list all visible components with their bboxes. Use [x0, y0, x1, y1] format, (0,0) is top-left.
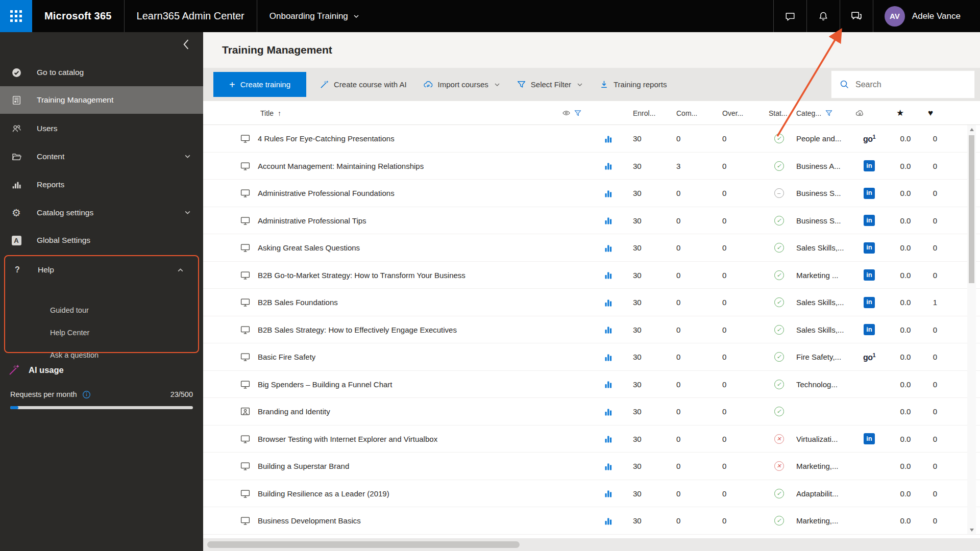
divider — [124, 0, 125, 32]
chat-button[interactable] — [773, 0, 806, 32]
visibility-column-icon[interactable] — [562, 109, 571, 117]
scroll-down-arrow[interactable] — [967, 525, 976, 534]
table-row[interactable]: Branding and Identity 30 0 0 ✓ in go1 0.… — [203, 398, 980, 425]
enrolled-count: 30 — [633, 480, 642, 508]
table-row[interactable]: Administrative Professional Tips 30 0 0 … — [203, 207, 980, 235]
notifications-button[interactable] — [806, 0, 840, 32]
table-row[interactable]: B2B Sales Strategy: How to Effectively E… — [203, 316, 980, 344]
table-row[interactable]: Big Spenders – Building a Funnel Chart 3… — [203, 371, 980, 398]
column-header-title[interactable]: Title ↑ — [260, 101, 281, 125]
column-header-overdue[interactable]: Over... — [722, 101, 743, 125]
course-title[interactable]: Account Management: Maintaining Relation… — [258, 153, 424, 180]
create-training-button[interactable]: + Create training — [213, 72, 306, 97]
statistics-chart-icon[interactable] — [604, 453, 614, 480]
table-row[interactable]: Building a Superstar Brand 30 0 0 ✕ Mark… — [203, 453, 980, 480]
enrolled-count: 30 — [633, 343, 642, 371]
likes-column-heart-icon[interactable]: ♥ — [928, 101, 933, 125]
course-title[interactable]: Asking Great Sales Questions — [258, 234, 360, 262]
status-icon: ✓ — [774, 297, 784, 307]
table-row[interactable]: Browser Testing with Internet Explorer a… — [203, 425, 980, 453]
statistics-chart-icon[interactable] — [604, 153, 614, 180]
table-row[interactable]: Building Resilience as a Leader (2019) 3… — [203, 480, 980, 508]
course-title[interactable]: Building Resilience as a Leader (2019) — [258, 480, 389, 508]
course-title[interactable]: B2B Sales Strategy: How to Effectively E… — [258, 316, 457, 344]
sidebar-collapse-button[interactable] — [179, 37, 193, 52]
vertical-scroll-thumb[interactable] — [969, 135, 974, 283]
column-header-status[interactable]: Stat... — [769, 101, 788, 125]
sidebar-subitem-guided-tour[interactable]: Guided tour — [50, 306, 89, 314]
table-row[interactable]: Asking Great Sales Questions 30 0 0 ✓ Sa… — [203, 234, 980, 262]
search-input[interactable] — [854, 80, 962, 90]
horizontal-scrollbar[interactable] — [203, 538, 980, 551]
create-course-with-ai-button[interactable]: Create course with AI — [316, 79, 410, 90]
statistics-chart-icon[interactable] — [604, 180, 614, 207]
statistics-chart-icon[interactable] — [604, 262, 614, 289]
statistics-chart-icon[interactable] — [604, 343, 614, 371]
brand-title[interactable]: Microsoft 365 — [44, 10, 112, 22]
monitor-icon — [240, 380, 250, 389]
sidebar-item-go-to-catalog[interactable]: Go to catalog — [0, 59, 203, 86]
category-filter-funnel-icon[interactable] — [825, 109, 833, 117]
course-title[interactable]: Big Spenders – Building a Funnel Chart — [258, 371, 393, 398]
statistics-chart-icon[interactable] — [604, 316, 614, 344]
course-catalog-switcher[interactable]: Onboarding Training — [270, 11, 359, 21]
statistics-chart-icon[interactable] — [604, 207, 614, 235]
table-row[interactable]: B2B Go-to-Market Strategy: How to Transf… — [203, 262, 980, 289]
table-row[interactable]: Administrative Professional Foundations … — [203, 180, 980, 207]
table-row[interactable]: Account Management: Maintaining Relation… — [203, 153, 980, 180]
table-row[interactable]: Basic Fire Safety 30 0 0 ✓ Fire Safety,.… — [203, 343, 980, 371]
statistics-chart-icon[interactable] — [604, 425, 614, 453]
sidebar-item-users[interactable]: Users — [0, 115, 203, 142]
course-title[interactable]: 4 Rules For Eye-Catching Presentations — [258, 125, 395, 153]
magic-wand-icon — [7, 364, 21, 376]
provider-column-cloud-icon[interactable] — [855, 101, 865, 125]
course-title[interactable]: Browser Testing with Internet Explorer a… — [258, 425, 437, 453]
search-box[interactable] — [831, 70, 975, 98]
table-row[interactable]: B2B Sales Foundations 30 0 0 ✓ Sales Ski… — [203, 289, 980, 316]
screen: Microsoft 365 Learn365 Admin Center Onbo… — [0, 0, 980, 551]
statistics-chart-icon[interactable] — [604, 234, 614, 262]
course-title[interactable]: Basic Fire Safety — [258, 343, 315, 371]
course-title[interactable]: B2B Sales Foundations — [258, 289, 338, 316]
course-title[interactable]: Building a Superstar Brand — [258, 453, 349, 480]
column-header-completed[interactable]: Com... — [676, 101, 697, 125]
statistics-chart-icon[interactable] — [604, 507, 614, 535]
select-filter-button[interactable]: Select Filter — [513, 79, 586, 90]
requests-label: Requests per month — [10, 390, 77, 398]
overdue-count: 0 — [722, 371, 726, 398]
select-filter-label: Select Filter — [531, 80, 571, 89]
sidebar-item-help[interactable]: ? Help — [1, 258, 200, 282]
course-title[interactable]: Administrative Professional Foundations — [258, 180, 395, 207]
course-title[interactable]: Business Development Basics — [258, 507, 361, 535]
column-header-category[interactable]: Categ... — [796, 101, 833, 125]
statistics-chart-icon[interactable] — [604, 398, 614, 425]
info-icon[interactable] — [82, 390, 91, 399]
horizontal-scroll-thumb[interactable] — [207, 541, 520, 548]
column-header-enrolled[interactable]: Enrol... — [633, 101, 655, 125]
sidebar-subitem-help-center[interactable]: Help Center — [50, 329, 89, 337]
course-title[interactable]: Administrative Professional Tips — [258, 207, 366, 235]
course-title[interactable]: Branding and Identity — [258, 398, 330, 425]
vertical-scrollbar[interactable] — [967, 125, 976, 534]
table-row[interactable]: Business Development Basics 30 0 0 ✓ Mar… — [203, 507, 980, 535]
course-title[interactable]: B2B Go-to-Market Strategy: How to Transf… — [258, 262, 465, 289]
rating-column-star-icon[interactable]: ★ — [896, 101, 904, 125]
training-reports-label: Training reports — [614, 80, 667, 89]
statistics-chart-icon[interactable] — [604, 371, 614, 398]
import-courses-button[interactable]: Import courses — [420, 79, 503, 90]
title-filter-funnel-icon[interactable] — [574, 109, 582, 117]
statistics-chart-icon[interactable] — [604, 125, 614, 153]
statistics-chart-icon[interactable] — [604, 480, 614, 508]
training-reports-button[interactable]: Training reports — [596, 79, 670, 90]
sidebar-item-content[interactable]: Content — [0, 143, 203, 170]
sidebar-item-reports[interactable]: Reports — [0, 171, 203, 198]
app-launcher-button[interactable] — [0, 0, 32, 32]
sidebar-item-global-settings[interactable]: A Global Settings — [0, 227, 203, 254]
scroll-up-arrow[interactable] — [967, 125, 976, 134]
account-menu[interactable]: AV Adele Vance — [873, 0, 980, 32]
sidebar-item-training-management[interactable]: Training Management — [0, 86, 203, 114]
sidebar-item-catalog-settings[interactable]: ⚙ Catalog settings — [0, 199, 203, 227]
feedback-button[interactable] — [840, 0, 873, 32]
table-row[interactable]: 4 Rules For Eye-Catching Presentations 3… — [203, 125, 980, 153]
statistics-chart-icon[interactable] — [604, 289, 614, 316]
